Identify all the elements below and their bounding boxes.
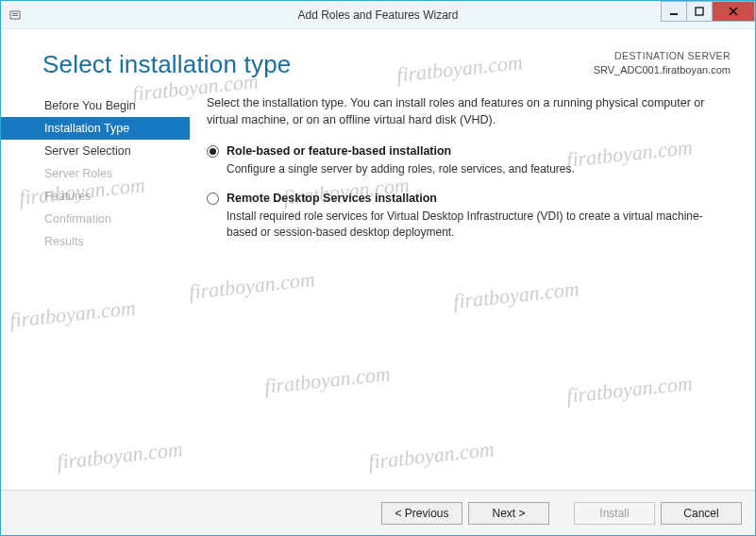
destination-label: DESTINATION SERVER	[594, 50, 731, 63]
body: Before You Begin Installation Type Serve…	[1, 89, 755, 490]
cancel-button[interactable]: Cancel	[661, 502, 742, 525]
option-desc: Install required role services for Virtu…	[227, 209, 731, 242]
svg-rect-1	[12, 13, 18, 14]
sidebar-item-features: Features	[1, 185, 190, 208]
intro-text: Select the installation type. You can in…	[207, 94, 731, 128]
page-title: Select installation type	[42, 50, 292, 79]
window-title: Add Roles and Features Wizard	[1, 8, 755, 22]
destination-value: SRV_ADC001.firatboyan.com	[594, 63, 731, 76]
title-bar: Add Roles and Features Wizard	[1, 1, 755, 29]
header: Select installation type DESTINATION SER…	[1, 29, 755, 89]
sidebar-item-results: Results	[1, 230, 190, 253]
option-title: Role-based or feature-based installation	[227, 143, 731, 160]
radio-icon[interactable]	[207, 193, 219, 205]
sidebar: Before You Begin Installation Type Serve…	[1, 89, 190, 490]
option-body: Role-based or feature-based installation…	[227, 143, 731, 177]
option-role-based[interactable]: Role-based or feature-based installation…	[207, 143, 731, 177]
sidebar-item-confirmation: Confirmation	[1, 208, 190, 230]
close-button[interactable]	[712, 1, 755, 22]
option-body: Remote Desktop Services installation Ins…	[227, 191, 731, 241]
destination-block: DESTINATION SERVER SRV_ADC001.firatboyan…	[594, 50, 731, 76]
svg-rect-4	[696, 8, 703, 15]
window-controls	[662, 1, 755, 28]
app-icon	[1, 8, 29, 22]
option-title: Remote Desktop Services installation	[227, 191, 731, 208]
sidebar-item-before-you-begin[interactable]: Before You Begin	[1, 94, 190, 117]
radio-icon[interactable]	[207, 145, 219, 158]
content-area: Select the installation type. You can in…	[190, 89, 755, 490]
svg-rect-2	[12, 15, 18, 16]
sidebar-item-server-selection[interactable]: Server Selection	[1, 140, 190, 162]
install-button: Install	[574, 502, 655, 525]
svg-rect-3	[670, 13, 678, 15]
sidebar-item-server-roles: Server Roles	[1, 162, 190, 185]
next-button[interactable]: Next >	[468, 502, 549, 525]
minimize-button[interactable]	[661, 1, 687, 22]
option-rds[interactable]: Remote Desktop Services installation Ins…	[207, 191, 731, 241]
maximize-button[interactable]	[686, 1, 713, 22]
footer: < Previous Next > Install Cancel	[1, 490, 755, 535]
previous-button[interactable]: < Previous	[381, 502, 462, 525]
option-desc: Configure a single server by adding role…	[227, 161, 731, 177]
wizard-window: Add Roles and Features Wizard Select ins…	[0, 0, 756, 536]
sidebar-item-installation-type[interactable]: Installation Type	[1, 117, 190, 140]
